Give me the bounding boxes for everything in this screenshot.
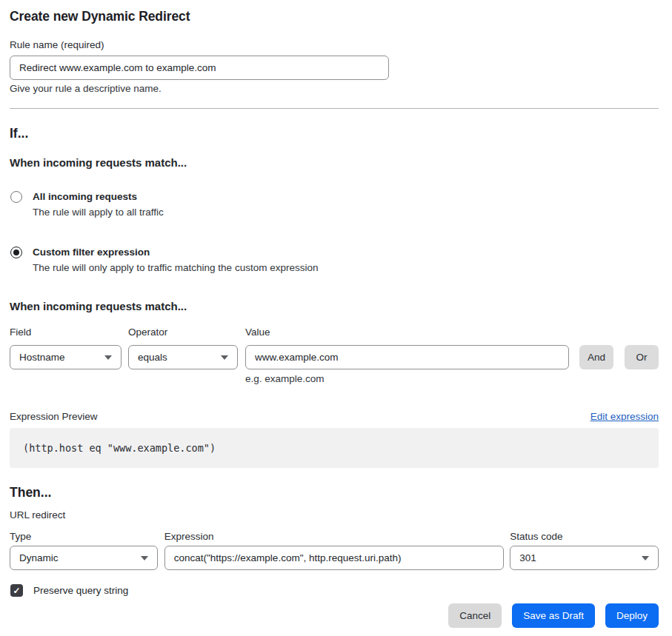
redirect-config-row: Type Dynamic Expression Status code 301 (10, 531, 659, 570)
radio-option-description: The rule will apply to all traffic (33, 206, 164, 218)
field-label: Field (10, 327, 122, 338)
chevron-down-icon (221, 355, 228, 360)
expression-preview-code: (http.host eq "www.example.com") (23, 442, 216, 454)
value-input[interactable] (245, 345, 569, 369)
operator-column: Operator equals (128, 327, 238, 385)
field-column: Field Hostname (10, 327, 122, 385)
footer-actions: Cancel Save as Draft Deploy (10, 603, 659, 628)
operator-select-value: equals (138, 352, 167, 363)
expression-preview-label: Expression Preview (10, 410, 98, 423)
type-select[interactable]: Dynamic (10, 546, 158, 570)
radio-option-description: The rule will only apply to traffic matc… (33, 261, 318, 274)
expression-column: Expression (164, 531, 504, 570)
type-column: Type Dynamic (10, 531, 158, 570)
match-heading: When incoming requests match... (10, 156, 659, 170)
then-heading: Then... (10, 484, 659, 501)
radio-option-custom-filter-expression[interactable]: Custom filter expression The rule will o… (10, 246, 659, 274)
type-label: Type (10, 531, 158, 543)
edit-expression-link[interactable]: Edit expression (591, 410, 659, 423)
deploy-button[interactable]: Deploy (605, 603, 659, 628)
radio-option-label: All incoming requests (33, 190, 164, 203)
radio-option-text: Custom filter expression The rule will o… (33, 246, 318, 274)
radio-unselected-icon[interactable] (10, 191, 22, 203)
redirect-expression-input[interactable] (164, 546, 504, 570)
expression-label: Expression (164, 531, 504, 543)
chevron-down-icon (104, 355, 112, 360)
or-button[interactable]: Or (625, 345, 659, 369)
expression-preview-code-block: (http.host eq "www.example.com") (10, 428, 659, 468)
rule-name-input[interactable] (10, 56, 389, 80)
type-select-value: Dynamic (19, 552, 59, 563)
preserve-query-string-label: Preserve query string (33, 585, 128, 596)
page-title: Create new Dynamic Redirect (10, 7, 659, 25)
section-divider (10, 108, 659, 109)
chevron-down-icon (642, 556, 649, 560)
radio-option-text: All incoming requests The rule will appl… (33, 190, 164, 218)
operator-label: Operator (128, 327, 238, 338)
value-label: Value (245, 327, 569, 338)
chevron-down-icon (141, 556, 148, 560)
rule-name-help: Give your rule a descriptive name. (10, 83, 659, 95)
status-code-column: Status code 301 (510, 531, 659, 570)
field-select-value: Hostname (19, 352, 65, 363)
save-as-draft-button[interactable]: Save as Draft (512, 603, 595, 628)
create-dynamic-redirect-page: Create new Dynamic Redirect Rule name (r… (0, 0, 672, 636)
status-code-select-value: 301 (519, 552, 536, 563)
value-column: Value e.g. example.com (245, 327, 569, 385)
field-select[interactable]: Hostname (10, 345, 122, 369)
cancel-button[interactable]: Cancel (448, 603, 502, 628)
status-code-select[interactable]: 301 (510, 546, 659, 570)
radio-option-all-incoming-requests[interactable]: All incoming requests The rule will appl… (10, 190, 659, 218)
and-button[interactable]: And (579, 345, 613, 369)
url-redirect-label: URL redirect (10, 509, 659, 521)
radio-option-label: Custom filter expression (33, 246, 318, 258)
rule-name-label: Rule name (required) (10, 39, 659, 51)
preserve-query-string-row[interactable]: ✓ Preserve query string (10, 584, 659, 597)
filter-builder-heading: When incoming requests match... (10, 300, 659, 313)
status-code-label: Status code (510, 531, 659, 543)
value-help: e.g. example.com (245, 373, 569, 385)
operator-select[interactable]: equals (128, 345, 238, 369)
checkbox-checked-icon[interactable]: ✓ (10, 584, 23, 597)
if-heading: If... (10, 125, 659, 142)
filter-builder-row: Field Hostname Operator equals Value e.g… (10, 327, 659, 385)
radio-selected-icon[interactable] (10, 247, 22, 258)
expression-preview-header: Expression Preview Edit expression (10, 410, 659, 423)
